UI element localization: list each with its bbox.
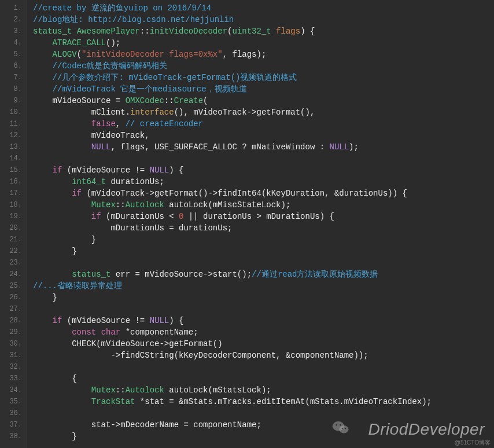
code-line[interactable]: if (mVideoSource != NULL) { (33, 164, 494, 176)
code-line[interactable]: status_t err = mVideoSource->start();//通… (33, 269, 494, 280)
token-plain (33, 189, 72, 198)
code-line[interactable]: } (33, 292, 494, 303)
token-plain: } (33, 235, 96, 244)
code-line[interactable]: //create by 逆流的鱼yuiop on 2016/9/14 (33, 2, 494, 14)
code-line[interactable]: if (mVideoTrack->getFormat()->findInt64(… (33, 188, 494, 199)
token-class: Autolock (126, 385, 164, 395)
token-class: Mutex (91, 200, 116, 210)
token-plain: } (33, 432, 77, 441)
code-line[interactable]: //...省略读取异常处理 (33, 280, 494, 292)
token-type: status_t (72, 270, 110, 279)
token-plain: } (33, 293, 57, 302)
code-line[interactable]: //Codec就是负责编码解码相关 (33, 60, 494, 72)
code-line[interactable]: //blog地址: http://blog.csdn.net/hejjunlin (33, 14, 494, 25)
token-punct: , (116, 119, 126, 128)
token-comment: //create by 逆流的鱼yuiop on 2016/9/14 (33, 3, 211, 13)
token-keyword: const (72, 328, 96, 337)
token-plain: CHECK(mVideoSource->getFormat() (33, 339, 223, 348)
token-plain: autoLock(mStatsLock); (164, 385, 271, 395)
code-line[interactable]: ALOGV("initVideoDecoder flags=0x%x", fla… (33, 49, 494, 60)
code-line[interactable]: Mutex::Autolock autoLock(mMiscStateLock)… (33, 199, 494, 211)
line-number: 4. (2, 37, 22, 49)
line-number: 9. (2, 95, 22, 107)
token-punct: ) { (169, 166, 183, 175)
token-plain (72, 27, 76, 36)
line-number-gutter: 1.2.3.4.5.6.7.8.9.10.11.12.13.14.15.16.1… (0, 0, 27, 448)
code-line[interactable] (33, 303, 494, 315)
code-line[interactable]: //几个参数介绍下: mVideoTrack-getFormat()视频轨道的格… (33, 72, 494, 83)
code-line[interactable] (33, 361, 494, 373)
line-number: 2. (2, 14, 22, 25)
token-punct: :: (140, 27, 150, 36)
line-number: 18. (2, 199, 22, 211)
token-member: interface (130, 108, 174, 117)
token-keyword: if (72, 189, 82, 198)
code-line[interactable]: TrackStat *stat = &mStats.mTracks.editIt… (33, 396, 494, 407)
code-line[interactable]: mDurationUs = durationUs; (33, 222, 494, 234)
token-punct: (); (106, 38, 120, 47)
token-class: Autolock (126, 200, 164, 210)
token-plain (33, 270, 72, 279)
code-line[interactable]: false, // createEncoder (33, 118, 494, 130)
token-comment: //...省略读取异常处理 (33, 281, 122, 291)
code-area[interactable]: //create by 逆流的鱼yuiop on 2016/9/14//blog… (27, 0, 494, 448)
line-number: 14. (2, 153, 22, 164)
code-line[interactable]: { (33, 373, 494, 384)
code-line[interactable]: if (mDurationUs < 0 || durationUs > mDur… (33, 211, 494, 222)
code-line[interactable]: } (33, 431, 494, 442)
code-line[interactable] (33, 257, 494, 269)
token-param: flags (276, 27, 300, 36)
token-punct: ) { (169, 316, 183, 325)
line-number: 29. (2, 326, 22, 338)
token-plain (33, 85, 53, 94)
token-func: Create (174, 96, 203, 105)
code-line[interactable]: mVideoTrack, (33, 130, 494, 141)
line-number: 7. (2, 72, 22, 83)
token-punct: , flags); (223, 50, 267, 59)
code-line[interactable]: } (33, 234, 494, 245)
line-number: 27. (2, 303, 22, 315)
token-plain: (mDurationUs < (101, 212, 179, 221)
token-plain (33, 38, 53, 47)
code-line[interactable]: status_t AwesomePlayer::initVideoDecoder… (33, 25, 494, 37)
token-plain: ->findCString(kKeyDecoderComponent, &com… (33, 351, 368, 360)
token-plain: autoLock(mMiscStateLock); (164, 200, 290, 210)
code-line[interactable]: ->findCString(kKeyDecoderComponent, &com… (33, 350, 494, 361)
line-number: 21. (2, 234, 22, 245)
code-line[interactable]: CHECK(mVideoSource->getFormat() (33, 338, 494, 350)
line-number: 16. (2, 176, 22, 188)
line-number: 26. (2, 292, 22, 303)
token-func: initVideoDecoder (150, 27, 227, 36)
token-plain (33, 177, 72, 186)
code-line[interactable]: Mutex::Autolock autoLock(mStatsLock); (33, 384, 494, 396)
code-line[interactable]: mVideoSource = OMXCodec::Create( (33, 95, 494, 107)
code-line[interactable] (33, 407, 494, 419)
line-number: 13. (2, 141, 22, 153)
token-plain: || durationUs > mDurationUs) { (183, 212, 334, 221)
token-plain: (mVideoSource != (62, 166, 149, 175)
token-plain: mVideoSource = (33, 96, 126, 105)
token-keyword: if (53, 316, 62, 325)
line-number: 34. (2, 384, 22, 396)
code-line[interactable]: NULL, flags, USE_SURFACE_ALLOC ? mNative… (33, 141, 494, 153)
line-number: 19. (2, 211, 22, 222)
code-line[interactable]: //mVideoTrack 它是一个mediasource，视频轨道 (33, 83, 494, 95)
token-func: ATRACE_CALL (53, 38, 106, 47)
line-number: 31. (2, 350, 22, 361)
code-line[interactable]: if (mVideoSource != NULL) { (33, 315, 494, 326)
line-number: 10. (2, 107, 22, 118)
token-plain: { (33, 374, 77, 383)
code-line[interactable]: mClient.interface(), mVideoTrack->getFor… (33, 107, 494, 118)
token-comment: //mVideoTrack 它是一个mediasource，视频轨道 (53, 85, 247, 94)
token-const: NULL (91, 142, 111, 152)
code-line[interactable]: stat->mDecoderName = componentName; (33, 419, 494, 431)
token-plain: *componentName; (120, 328, 198, 337)
token-string: "initVideoDecoder flags=0x%x" (82, 50, 223, 59)
code-line[interactable]: } (33, 245, 494, 257)
code-line[interactable] (33, 153, 494, 164)
code-line[interactable]: const char *componentName; (33, 326, 494, 338)
code-line[interactable]: ATRACE_CALL(); (33, 37, 494, 49)
token-plain (33, 385, 91, 395)
token-plain (33, 316, 53, 325)
code-line[interactable]: int64_t durationUs; (33, 176, 494, 188)
